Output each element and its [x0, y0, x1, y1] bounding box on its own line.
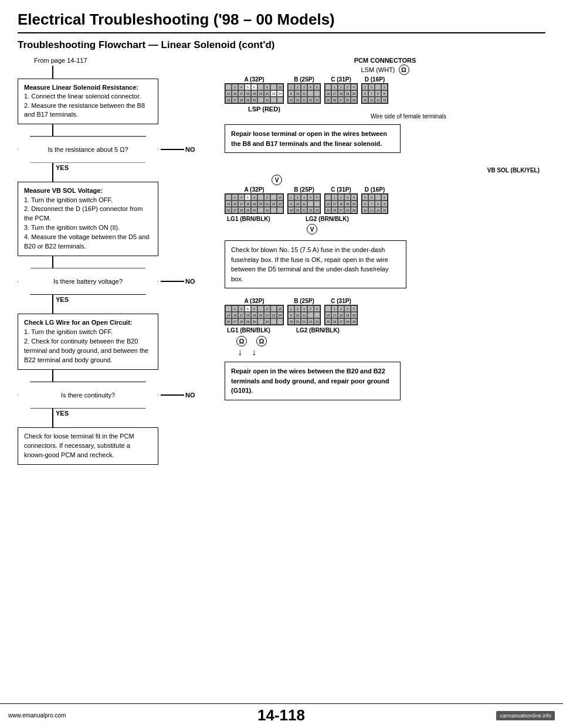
lsp-row: LSP (RED): [248, 106, 545, 113]
down-arrow-1: ↓: [238, 348, 242, 357]
cell: 10: [294, 90, 301, 97]
vbsol-conn-c: C (31P) 1 2 3 4 16 17: [324, 186, 358, 214]
cell: [270, 97, 277, 103]
conn-d-row1: 2 3 5: [362, 84, 388, 90]
box1-step1: 1. Connect the linear solenoid connector…: [24, 92, 152, 101]
box2-step3: 3. Turn the ignition switch ON (II).: [24, 223, 152, 233]
cell: 29: [351, 97, 357, 103]
conn-d-label: D (16P): [365, 76, 385, 83]
omega-circle-1: Ω: [236, 336, 247, 346]
vline-after-yes2: [52, 304, 53, 314]
cell: [277, 97, 283, 103]
cell: 5: [381, 84, 388, 90]
conn-d-row2: 6 7 8 9: [362, 90, 388, 97]
conn-c-row2: 16 17 18 19 20: [325, 90, 357, 97]
cell: 20: [294, 97, 301, 103]
diamond1-text: Is the resistance about 5 Ω?: [48, 146, 128, 153]
cell: 22: [307, 97, 314, 103]
cell: 3: [368, 84, 375, 90]
cell: 12: [375, 97, 381, 103]
diamond3-row: Is there continuity? NO: [18, 382, 217, 409]
vbsol-conn-b: B (25P) 1 2 3 4 5 9 10: [287, 186, 321, 214]
cell: 21: [264, 90, 270, 97]
vb-sol-title: VB SOL (BLK/YEL): [225, 167, 545, 174]
yes3-label: YES: [56, 410, 69, 417]
left-column: From page 14-117 Measure Linear Solenoid…: [18, 57, 220, 465]
box-final-check: Check for loose terminal fit in the PCM …: [18, 427, 158, 465]
repair3-text: Repair open in the wires between the B20…: [231, 368, 389, 394]
cell: 6: [251, 84, 257, 90]
cell: 18: [245, 90, 251, 97]
vbsol-conn-a-label: A (32P): [244, 186, 264, 193]
cell: [270, 84, 277, 90]
box2-step4: 4. Measure the voltage between the D5 an…: [24, 233, 152, 251]
cell: 4: [351, 84, 357, 90]
box3-title: Check LG Wire for an Open Circuit:: [24, 318, 152, 328]
carmanuals-label: carmanualsonline.info: [496, 711, 555, 720]
diamond2-shape: Is there battery voltage?: [18, 268, 158, 295]
conn-c-grid: 1 2 3 4 16 17 18 19 20: [324, 83, 358, 104]
conn-d-grid: 2 3 5 6 7 8 9: [361, 83, 388, 104]
v-circle-row: V: [272, 175, 545, 185]
from-page-label: From page 14-117: [34, 57, 87, 64]
omega-circle-2: Ω: [256, 336, 267, 346]
connector-d: D (16P) 2 3 5 6 7 8: [361, 76, 388, 104]
cell: 21: [301, 97, 307, 103]
box-vb-sol: Measure VB SOL Voltage: 1. Turn the igni…: [18, 182, 158, 257]
continuity-conn-section: A (32P) 3 4 5 6 8 10: [225, 298, 545, 357]
cell: 2: [362, 84, 368, 90]
vbsol-conn-d: D (16P) 2 3 5 6 7 8: [361, 186, 388, 214]
cell: 30: [251, 97, 257, 103]
box4-text: Check for loose terminal fit in the PCM …: [24, 432, 152, 460]
section-title: Troubleshooting Flowchart — Linear Solen…: [18, 39, 545, 51]
box1-title: Measure Linear Solenoid Resistance:: [24, 83, 152, 92]
v-circle-bottom-row: V: [307, 224, 545, 234]
vline-after-yes3: [52, 418, 53, 427]
down-arrows-row: ↓ ↓: [238, 348, 545, 357]
vline3: [52, 370, 53, 382]
main-title: Electrical Troubleshooting ('98 – 00 Mod…: [18, 11, 545, 29]
yes2-label: YES: [56, 296, 69, 303]
no2-connector: NO: [161, 278, 195, 285]
no2-label: NO: [185, 278, 195, 285]
box2-step2: 2. Disconnect the D (16P) connector from…: [24, 205, 152, 223]
repair-box-3: Repair open in the wires between the B20…: [225, 362, 401, 400]
cell: 4: [307, 84, 314, 90]
cell: 23: [270, 90, 277, 97]
footer: www.emanualpro.com 14-118 carmanualsonli…: [0, 703, 563, 728]
vbsol-conn-b-label: B (25P): [294, 186, 314, 193]
right-column: PCM CONNECTORS LSM (WHT) Ω A (32P) 3: [220, 57, 545, 400]
no1-hline: [161, 149, 184, 150]
cell: 17: [331, 90, 338, 97]
pcm-connectors-title: PCM CONNECTORS: [225, 57, 545, 64]
conn-c-label: C (31P): [331, 76, 351, 83]
page-container: Electrical Troubleshooting ('98 – 00 Mod…: [0, 0, 563, 728]
v-circle-bottom: V: [307, 224, 317, 234]
box2-step1: 1. Turn the ignition switch OFF.: [24, 196, 152, 205]
cell: 2: [294, 84, 301, 90]
page-number-area: 14-118: [257, 706, 305, 724]
cell: 18: [338, 90, 344, 97]
cell: 4: [238, 84, 245, 90]
cont-lg-labels: LG1 (BRN/BLK) LG2 (BRN/BLK): [227, 327, 545, 334]
conn-a-row1: 3 4 5 6 8 10: [225, 84, 283, 90]
box3-step2: 2. Check for continuity between the B20 …: [24, 337, 152, 365]
cell: 26: [225, 97, 232, 103]
cell: [314, 90, 320, 97]
cell: 3: [232, 84, 238, 90]
repair1-text: Repair loose terminal or open in the wir…: [231, 130, 387, 147]
connector-a: A (32P) 3 4 5 6 8 10: [225, 76, 284, 104]
cell: 16: [325, 90, 331, 97]
cell: 29: [245, 97, 251, 103]
cell: 16: [232, 90, 238, 97]
cell: 19: [344, 90, 351, 97]
yes2-row: YES: [52, 295, 69, 304]
conn-b-row2: 9 10 11: [288, 90, 320, 97]
vline-yes3: [52, 409, 53, 418]
lg2-label: LG2 (BRN/BLK): [306, 216, 349, 222]
box-lg-wire: Check LG Wire for an Open Circuit: 1. Tu…: [18, 314, 158, 370]
cell: 9: [288, 90, 294, 97]
conn-a-row2: 14 16 17 18 19 20 21 23 24: [225, 90, 283, 97]
cell: 14: [225, 90, 232, 97]
yes1-row: YES: [52, 163, 69, 172]
